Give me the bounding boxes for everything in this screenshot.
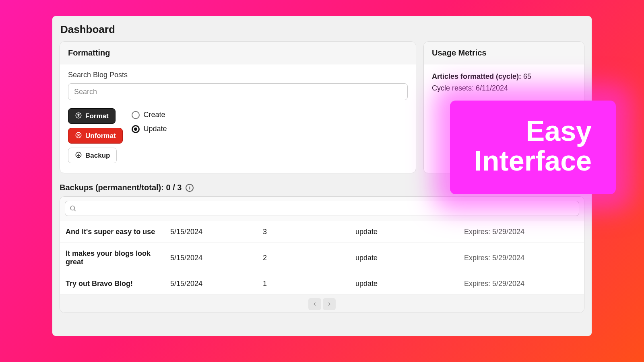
row-mode: update bbox=[355, 228, 464, 236]
page-title: Dashboard bbox=[60, 23, 584, 36]
articles-formatted-value: 65 bbox=[523, 72, 531, 80]
pager bbox=[60, 295, 584, 313]
row-title: Try out Bravo Blog! bbox=[66, 280, 170, 288]
radio-circle-icon bbox=[132, 111, 140, 119]
unformat-button[interactable]: Unformat bbox=[68, 128, 123, 144]
row-title: And it's super easy to use bbox=[66, 228, 170, 236]
row-title: It makes your blogs look great bbox=[66, 249, 170, 266]
svg-point-3 bbox=[70, 206, 75, 210]
cancel-circle-icon bbox=[75, 132, 82, 140]
radio-create[interactable]: Create bbox=[132, 111, 167, 119]
table-row[interactable]: And it's super easy to use 5/15/2024 3 u… bbox=[60, 221, 584, 243]
radio-circle-selected-icon bbox=[132, 125, 140, 133]
row-count: 2 bbox=[263, 254, 355, 262]
row-mode: update bbox=[355, 254, 464, 262]
radio-update[interactable]: Update bbox=[132, 125, 167, 133]
promo-callout: Easy Interface bbox=[450, 101, 616, 194]
usage-metrics-title: Usage Metrics bbox=[424, 42, 584, 64]
table-row[interactable]: It makes your blogs look great 5/15/2024… bbox=[60, 243, 584, 273]
articles-formatted-line: Articles formatted (cycle): 65 bbox=[432, 71, 576, 82]
backups-table: And it's super easy to use 5/15/2024 3 u… bbox=[60, 196, 584, 313]
button-column: Format Unformat Backup bbox=[68, 108, 123, 163]
info-icon[interactable]: i bbox=[186, 184, 194, 192]
format-button-label: Format bbox=[85, 113, 109, 119]
formatting-card-body: Search Blog Posts Format bbox=[60, 64, 416, 173]
table-search-input[interactable] bbox=[80, 201, 579, 216]
radio-group: Create Update bbox=[132, 108, 167, 133]
formatting-card: Formatting Search Blog Posts Format bbox=[60, 41, 416, 173]
pager-next-button[interactable] bbox=[323, 298, 336, 310]
chevron-right-icon bbox=[326, 301, 332, 307]
formatting-card-title: Formatting bbox=[60, 42, 416, 64]
row-date: 5/15/2024 bbox=[170, 254, 263, 262]
cycle-resets-value: 6/11/2024 bbox=[476, 84, 508, 92]
row-mode: update bbox=[355, 280, 464, 288]
app-header: Dashboard bbox=[52, 16, 592, 41]
row-expires: Expires: 5/29/2024 bbox=[464, 228, 578, 236]
row-expires: Expires: 5/29/2024 bbox=[464, 254, 578, 262]
row-expires: Expires: 5/29/2024 bbox=[464, 280, 578, 288]
callout-line-1: Easy bbox=[474, 117, 592, 146]
backups-section: Backups (permanent/total): 0 / 3 i And i… bbox=[60, 181, 584, 336]
cycle-resets-label: Cycle resets: bbox=[432, 84, 474, 92]
articles-formatted-label: Articles formatted (cycle): bbox=[432, 72, 521, 80]
search-icon bbox=[69, 205, 76, 212]
pager-prev-button[interactable] bbox=[308, 298, 321, 310]
format-button[interactable]: Format bbox=[68, 108, 116, 124]
chevron-left-icon bbox=[312, 301, 318, 307]
usage-metrics-body: Articles formatted (cycle): 65 Cycle res… bbox=[424, 64, 584, 104]
table-row[interactable]: Try out Bravo Blog! 5/15/2024 1 update E… bbox=[60, 273, 584, 295]
radio-update-label: Update bbox=[144, 125, 167, 133]
row-count: 1 bbox=[263, 280, 355, 288]
callout-line-2: Interface bbox=[474, 146, 592, 176]
download-circle-icon bbox=[75, 151, 82, 160]
backup-button[interactable]: Backup bbox=[68, 148, 117, 163]
backup-button-label: Backup bbox=[85, 152, 110, 159]
controls-row: Format Unformat Backup bbox=[68, 108, 408, 163]
search-input[interactable] bbox=[68, 83, 408, 100]
row-date: 5/15/2024 bbox=[170, 228, 263, 236]
row-count: 3 bbox=[263, 228, 355, 236]
table-search-bar bbox=[60, 197, 584, 221]
cycle-resets-line: Cycle resets: 6/11/2024 bbox=[432, 82, 576, 94]
unformat-button-label: Unformat bbox=[85, 132, 116, 139]
row-date: 5/15/2024 bbox=[170, 280, 263, 288]
table-search-input-wrap[interactable] bbox=[65, 201, 579, 216]
radio-create-label: Create bbox=[144, 111, 165, 119]
search-label: Search Blog Posts bbox=[68, 71, 408, 79]
backups-title: Backups (permanent/total): 0 / 3 bbox=[60, 183, 182, 192]
upload-circle-icon bbox=[75, 112, 82, 120]
